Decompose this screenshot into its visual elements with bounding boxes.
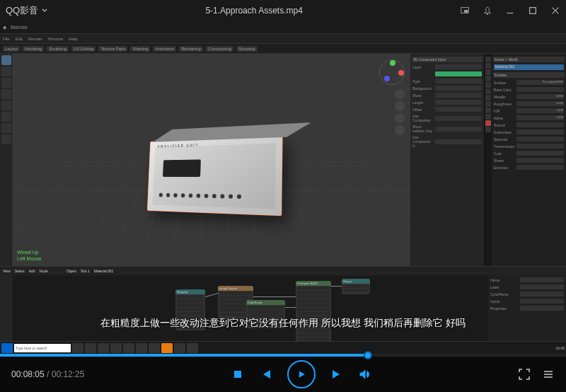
props-row[interactable]: Subsurface <box>493 129 565 135</box>
tab-shading[interactable]: Shading <box>130 46 150 52</box>
task-explorer[interactable] <box>98 343 109 353</box>
props-row[interactable]: Emission <box>493 164 565 171</box>
camera-icon[interactable] <box>395 113 405 123</box>
surface-header[interactable]: Surface <box>493 72 565 78</box>
tool-transform[interactable] <box>1 112 11 122</box>
tool-move[interactable] <box>1 78 11 88</box>
pin-button[interactable] <box>483 6 492 16</box>
menu-window[interactable]: Window <box>48 37 63 41</box>
tab-texture[interactable]: Texture Paint <box>98 46 127 52</box>
npanel-row[interactable]: Show Indirect Only <box>412 124 483 134</box>
node-canvas[interactable]: MappingImage TextureColorRampPrincipled … <box>13 275 488 344</box>
vtab-output[interactable] <box>485 63 491 69</box>
node-material[interactable]: Material.001 <box>94 269 114 273</box>
task-edge[interactable] <box>110 343 122 353</box>
props-row[interactable]: Normal <box>493 122 565 128</box>
task-app5[interactable] <box>187 343 198 353</box>
close-button[interactable] <box>550 6 560 16</box>
node-sidebar-row[interactable]: Name <box>490 277 565 283</box>
vtab-material[interactable] <box>485 120 491 126</box>
props-row[interactable]: Alpha1.000 <box>493 115 565 121</box>
start-button[interactable] <box>1 343 13 353</box>
props-row[interactable]: IOR1.450 <box>493 108 565 114</box>
gizmo-z-axis[interactable] <box>384 76 390 81</box>
node-object-mode[interactable]: Object <box>67 269 76 273</box>
npanel-row[interactable]: Length <box>412 99 483 105</box>
picture-in-picture-button[interactable] <box>460 6 470 16</box>
vtab-world[interactable] <box>485 82 491 88</box>
volume-button[interactable] <box>358 367 372 381</box>
tab-animation[interactable]: Animation <box>153 46 176 52</box>
shader-node[interactable]: Output <box>342 279 370 294</box>
vtab-view[interactable] <box>485 69 491 75</box>
task-app3[interactable] <box>149 343 160 353</box>
progress-bar[interactable] <box>0 354 566 357</box>
menu-edit[interactable]: Edit <box>16 37 23 41</box>
task-blender[interactable] <box>161 343 173 353</box>
shader-node[interactable]: Principled BSDF <box>296 281 331 347</box>
amplifier-model[interactable]: AMPLIFIER UNIT <box>147 137 283 216</box>
play-button[interactable] <box>287 360 316 388</box>
persp-icon[interactable] <box>395 125 405 135</box>
npanel-row[interactable]: Use Compositor U... <box>412 134 483 149</box>
minimize-button[interactable] <box>505 6 515 16</box>
tool-rotate[interactable] <box>1 89 11 99</box>
node-menu-node[interactable]: Node <box>40 269 48 273</box>
tab-sculpting[interactable]: Sculpting <box>47 46 69 52</box>
tab-scripting[interactable]: Scripting <box>236 46 257 52</box>
npanel-row[interactable]: Show <box>412 92 483 98</box>
props-row[interactable]: Coat <box>493 150 565 156</box>
props-row[interactable]: SurfacePrincipled BSDF <box>493 79 565 86</box>
prev-button[interactable] <box>259 367 273 381</box>
vtab-scene[interactable] <box>485 76 491 81</box>
vtab-render[interactable] <box>485 57 491 62</box>
tab-rendering[interactable]: Rendering <box>179 46 203 52</box>
fullscreen-button[interactable] <box>518 368 531 381</box>
node-sidebar-row[interactable]: Label <box>490 284 565 290</box>
node-menu-view[interactable]: View <box>3 269 11 273</box>
menu-help[interactable]: Help <box>69 37 77 41</box>
tool-select[interactable] <box>1 55 11 65</box>
tool-cursor[interactable] <box>1 67 11 76</box>
npanel-header[interactable]: 3D Compositor Input <box>412 57 483 62</box>
props-row[interactable]: Base Color <box>493 86 565 93</box>
material-name-field[interactable]: Material.001 <box>494 64 564 70</box>
vtab-object[interactable] <box>485 88 491 94</box>
tab-layout[interactable]: Layout <box>3 46 20 52</box>
props-row[interactable]: Specular <box>493 136 565 142</box>
tool-measure[interactable] <box>1 134 11 144</box>
node-menu-add[interactable]: Add <box>29 269 35 273</box>
gizmo-y-axis[interactable] <box>390 60 395 66</box>
task-taskview[interactable] <box>85 343 96 353</box>
npanel-row[interactable] <box>412 71 483 77</box>
vtab-texture[interactable] <box>485 127 491 132</box>
node-sidebar-row[interactable]: ColorRamp <box>490 291 565 297</box>
zoom-icon[interactable] <box>395 89 405 99</box>
props-row[interactable]: Metallic0.000 <box>493 93 565 100</box>
task-app1[interactable] <box>123 343 134 353</box>
task-app2[interactable] <box>136 343 147 353</box>
taskbar-search[interactable]: Type here to search <box>14 344 71 352</box>
pan-icon[interactable] <box>395 101 405 111</box>
tool-scale[interactable] <box>1 100 11 110</box>
tool-annotate[interactable] <box>1 123 11 133</box>
gizmo-x-axis[interactable] <box>398 70 404 76</box>
settings-button[interactable] <box>542 368 555 381</box>
npanel-row[interactable]: Offset <box>412 106 483 113</box>
node-slot[interactable]: Slot 1 <box>81 269 90 273</box>
props-breadcrumb[interactable]: Scene > World <box>493 57 565 62</box>
stop-button[interactable] <box>231 367 245 381</box>
next-button[interactable] <box>330 367 344 381</box>
vtab-physics[interactable] <box>485 108 491 113</box>
vtab-particle[interactable] <box>485 101 491 107</box>
node-sidebar-row[interactable]: Inputs <box>490 298 565 304</box>
node-menu-select[interactable]: Select <box>15 269 25 273</box>
npanel-row[interactable]: Layer <box>412 64 483 70</box>
tab-modeling[interactable]: Modeling <box>23 46 44 52</box>
tray-time[interactable]: 16:08 <box>555 346 565 350</box>
menu-render[interactable]: Render <box>28 37 42 41</box>
progress-thumb[interactable] <box>364 351 372 359</box>
maximize-button[interactable] <box>528 6 538 16</box>
vtab-constraint[interactable] <box>485 114 491 120</box>
props-row[interactable]: Roughness0.500 <box>493 100 565 107</box>
